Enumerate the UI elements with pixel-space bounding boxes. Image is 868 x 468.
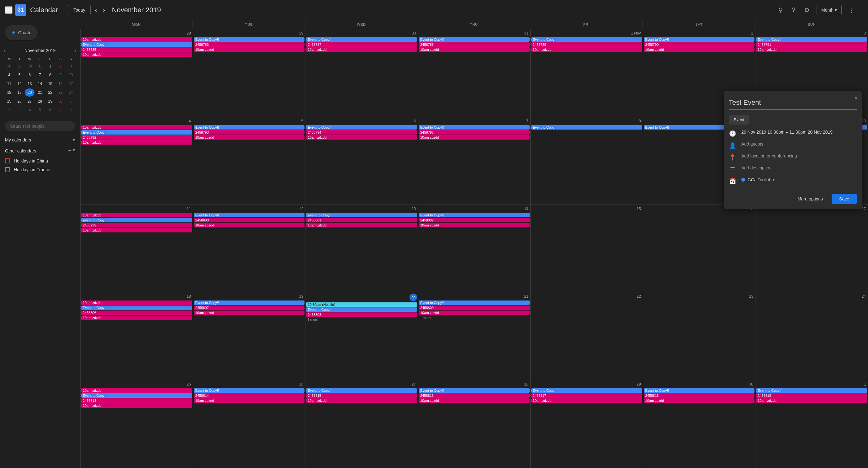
mini-cal-day[interactable]: 4: [25, 106, 34, 114]
event-pill[interactable]: 2458802: [418, 218, 530, 222]
mini-cal-day[interactable]: 16: [56, 80, 66, 88]
day-cell[interactable]: 2510am zdzddEvent to Copy!!245881310am z…: [81, 380, 193, 468]
day-cell[interactable]: 29Event to Copy!!245881710am zdzdd: [531, 380, 643, 468]
event-pill[interactable]: 2458787: [306, 42, 417, 47]
day-cell[interactable]: 19Event to Copy!!245880710am zdzdd: [193, 292, 306, 380]
event-pill[interactable]: 2458794: [306, 130, 417, 134]
day-cell[interactable]: 7Event to Copy!!245879510am zdzdd: [418, 117, 531, 205]
event-pill[interactable]: 10am zdzdd: [756, 48, 867, 52]
event-pill[interactable]: 2458815: [306, 393, 417, 398]
event-pill[interactable]: Event to Copy!!: [306, 125, 417, 129]
event-pill[interactable]: 10am zdzdd: [418, 311, 530, 315]
mini-cal-day[interactable]: 17: [66, 80, 75, 88]
event-pill[interactable]: 2458801: [306, 218, 417, 222]
event-pill[interactable]: 10am zdzdd: [194, 398, 305, 403]
day-cell[interactable]: 5Event to Copy!!245879310am zdzdd: [193, 117, 306, 205]
mini-cal-day[interactable]: 23: [56, 89, 66, 97]
mini-cal-day[interactable]: 6: [45, 106, 55, 114]
mini-cal-day[interactable]: 2: [4, 106, 14, 114]
mini-cal-day[interactable]: 5: [35, 106, 45, 114]
event-pill[interactable]: 2458817: [531, 393, 642, 398]
mini-cal-day[interactable]: 3: [15, 106, 25, 114]
search-people-input[interactable]: [5, 121, 75, 131]
next-month-button[interactable]: ›: [101, 5, 107, 15]
event-pill[interactable]: 10am zdzdd: [418, 223, 530, 227]
event-pill[interactable]: Event to Copy!!: [418, 125, 530, 129]
mini-prev-button[interactable]: ‹: [4, 48, 5, 53]
event-create-popup[interactable]: × Event 🕑 20 Nov 2019 10:30pm – 11:30pm …: [724, 91, 862, 209]
day-cell[interactable]: 22: [531, 292, 643, 380]
mini-cal-day[interactable]: 6: [25, 71, 34, 79]
day-cell[interactable]: 2010:30pm (No title)Event to Copy!!24588…: [305, 292, 418, 380]
search-button[interactable]: ⚲: [776, 4, 785, 16]
holidays-france-item[interactable]: Holidays in France: [0, 165, 80, 174]
day-cell[interactable]: 23: [643, 292, 756, 380]
mini-cal-day[interactable]: 18: [4, 89, 14, 97]
mini-cal-day[interactable]: 8: [66, 106, 75, 114]
mini-cal-day[interactable]: 12: [15, 80, 25, 88]
event-pill[interactable]: 2458806: [81, 311, 192, 315]
event-pill[interactable]: 2458786: [194, 42, 305, 47]
mini-cal-day[interactable]: 7: [56, 106, 66, 114]
day-cell[interactable]: 31Event to Copy!!245878810am zdzdd: [418, 29, 531, 117]
event-pill[interactable]: 10am zdzdd: [756, 398, 867, 403]
help-button[interactable]: ?: [790, 4, 797, 15]
event-pill[interactable]: 10am zdzdd: [81, 52, 192, 57]
mini-cal-day[interactable]: 8: [45, 71, 55, 79]
event-pill[interactable]: 2458793: [194, 130, 305, 134]
mini-cal-day[interactable]: 3: [66, 62, 75, 70]
event-pill[interactable]: 10am zdzdd: [81, 316, 192, 320]
add-description-placeholder[interactable]: Add description: [741, 165, 772, 170]
event-pill[interactable]: 10am zdzdd: [531, 398, 642, 403]
event-pill[interactable]: Event to Copy!!: [531, 37, 642, 42]
event-pill[interactable]: 10am zdzdd: [531, 48, 642, 52]
event-pill[interactable]: Event to Copy!!: [194, 301, 305, 305]
event-pill[interactable]: 2458795: [418, 130, 530, 134]
mini-cal-day[interactable]: 25: [4, 97, 14, 105]
day-cell[interactable]: 1810am zdzddEvent to Copy!!245880610am z…: [81, 292, 193, 380]
mini-cal-day[interactable]: 26: [15, 97, 25, 105]
event-pill[interactable]: Event to Copy!!: [418, 37, 530, 42]
day-cell[interactable]: 1110am zdzddEvent to Copy!!245879910am z…: [81, 205, 193, 293]
day-cell[interactable]: 26Event to Copy!!245881410am zdzdd: [193, 380, 306, 468]
event-pill[interactable]: Event to Copy!!: [306, 388, 417, 393]
day-cell[interactable]: 21Event to Copy!!245880910am zdzdd1 more: [418, 292, 531, 380]
day-cell[interactable]: 27Event to Copy!!245881510am zdzdd: [305, 380, 418, 468]
day-cell[interactable]: 28Event to Copy!!245881610am zdzdd: [418, 380, 531, 468]
other-calendars-section[interactable]: Other calendars + ▾: [0, 145, 80, 157]
event-pill[interactable]: 2458814: [194, 393, 305, 398]
day-cell[interactable]: 13Event to Copy!!245880110am zdzdd: [305, 205, 418, 293]
my-calendars-section[interactable]: My calendars ▾: [0, 135, 80, 145]
day-cell[interactable]: 15: [531, 205, 643, 293]
day-cell[interactable]: 24: [755, 292, 868, 380]
mini-cal-day[interactable]: 10: [66, 71, 75, 79]
mini-cal-day[interactable]: 4: [4, 71, 14, 79]
event-pill[interactable]: 10am zdzdd: [644, 398, 755, 403]
event-pill[interactable]: Event to Copy!!: [194, 388, 305, 393]
more-options-button[interactable]: More options: [793, 194, 828, 204]
mini-cal-day[interactable]: 14: [35, 80, 45, 88]
day-cell[interactable]: 29Event to Copy!!245878610am zdzdd: [193, 29, 306, 117]
apps-button[interactable]: ⋮⋮: [847, 4, 863, 16]
day-cell[interactable]: 6Event to Copy!!245879410am zdzdd: [305, 117, 418, 205]
event-pill[interactable]: 10am zdzdd: [194, 311, 305, 315]
event-pill[interactable]: 10am zdzdd: [644, 48, 755, 52]
mini-cal-day[interactable]: 22: [45, 89, 55, 97]
day-cell[interactable]: 30Event to Copy!!245881810am zdzdd: [643, 380, 756, 468]
add-location-placeholder[interactable]: Add location or conferencing: [741, 153, 797, 158]
event-pill[interactable]: Event to Copy!!: [756, 388, 867, 393]
event-pill[interactable]: 2458800: [194, 218, 305, 222]
event-pill[interactable]: Event to Copy!!: [756, 37, 867, 42]
mini-cal-day[interactable]: 31: [35, 62, 45, 70]
event-pill[interactable]: 10am zdzdd: [81, 140, 192, 145]
more-events-link[interactable]: 1 more: [418, 316, 530, 320]
event-pill[interactable]: Event to Copy!!: [531, 388, 642, 393]
add-other-calendar-icon[interactable]: +: [68, 148, 71, 154]
view-selector[interactable]: Month ▾: [816, 5, 842, 15]
event-pill[interactable]: 2458799: [81, 223, 192, 227]
mini-cal-day[interactable]: 7: [35, 71, 45, 79]
event-pill[interactable]: 10am zdzdd: [418, 135, 530, 139]
event-type-button[interactable]: Event: [729, 115, 749, 125]
event-pill[interactable]: Event to Copy!!: [81, 393, 192, 398]
day-cell[interactable]: 2810am zdzddEvent to Copy!!245878510am z…: [81, 29, 193, 117]
